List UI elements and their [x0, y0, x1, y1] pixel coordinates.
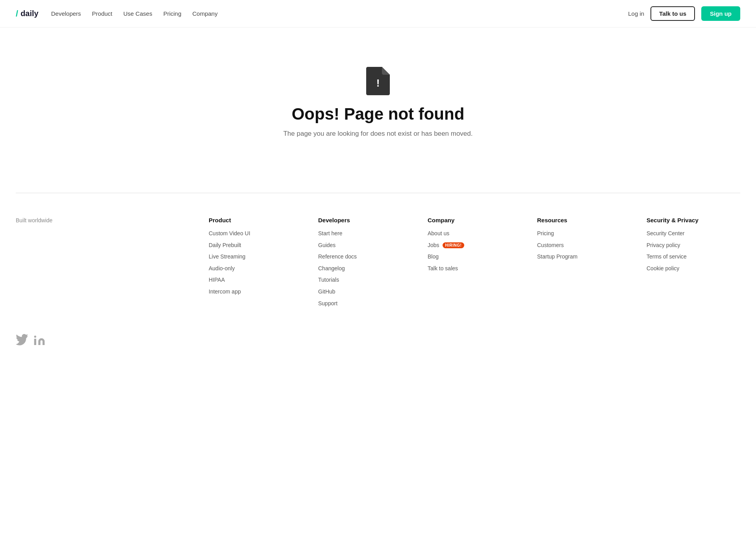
navbar-right: Log in Talk to us Sign up: [628, 6, 740, 21]
footer-link-custom-video-ui[interactable]: Custom Video UI: [209, 230, 302, 238]
twitter-link[interactable]: [16, 334, 28, 348]
footer-brand: Built worldwide: [16, 217, 193, 348]
footer-link-pricing[interactable]: Pricing: [537, 230, 631, 238]
linkedin-icon: [33, 334, 46, 347]
footer-link-talk-to-sales[interactable]: Talk to sales: [428, 265, 521, 273]
footer-col-company: Company About us Jobs HIRING! Blog Talk …: [428, 217, 521, 348]
footer-link-startup-program[interactable]: Startup Program: [537, 253, 631, 261]
footer-link-cookie-policy[interactable]: Cookie policy: [647, 265, 740, 273]
login-button[interactable]: Log in: [628, 10, 644, 17]
footer-col-product: Product Custom Video UI Daily Prebuilt L…: [209, 217, 302, 348]
main-content: ! Oops! Page not found The page you are …: [0, 28, 756, 193]
footer-link-blog[interactable]: Blog: [428, 253, 521, 261]
footer-link-daily-prebuilt[interactable]: Daily Prebuilt: [209, 242, 302, 249]
footer-link-terms-of-service[interactable]: Terms of service: [647, 253, 740, 261]
nav-link-developers[interactable]: Developers: [51, 10, 81, 17]
footer-col-security: Security & Privacy Security Center Priva…: [647, 217, 740, 348]
footer-col-developers: Developers Start here Guides Reference d…: [318, 217, 412, 348]
svg-text:!: !: [376, 77, 380, 89]
logo[interactable]: / daily: [16, 9, 39, 19]
jobs-row: Jobs HIRING!: [428, 242, 521, 249]
footer-link-jobs[interactable]: Jobs: [428, 242, 439, 249]
error-subtitle: The page you are looking for does not ex…: [283, 130, 472, 138]
nav-link-product[interactable]: Product: [92, 10, 113, 17]
navbar-left: / daily Developers Product Use Cases Pri…: [16, 9, 218, 19]
footer-tagline: Built worldwide: [16, 217, 52, 223]
footer-link-tutorials[interactable]: Tutorials: [318, 276, 412, 284]
footer-link-changelog[interactable]: Changelog: [318, 265, 412, 273]
footer-col-developers-title: Developers: [318, 217, 412, 223]
nav-link-company[interactable]: Company: [193, 10, 218, 17]
footer-link-security-center[interactable]: Security Center: [647, 230, 740, 238]
footer-link-audio-only[interactable]: Audio-only: [209, 265, 302, 273]
footer-link-guides[interactable]: Guides: [318, 242, 412, 249]
footer-link-privacy-policy[interactable]: Privacy policy: [647, 242, 740, 249]
footer-link-customers[interactable]: Customers: [537, 242, 631, 249]
nav-links: Developers Product Use Cases Pricing Com…: [51, 10, 218, 17]
footer-link-hipaa[interactable]: HIPAA: [209, 276, 302, 284]
footer-col-resources-title: Resources: [537, 217, 631, 223]
signup-button[interactable]: Sign up: [701, 6, 740, 21]
footer-link-live-streaming[interactable]: Live Streaming: [209, 253, 302, 261]
nav-link-use-cases[interactable]: Use Cases: [123, 10, 152, 17]
linkedin-link[interactable]: [33, 334, 46, 348]
footer-columns: Product Custom Video UI Daily Prebuilt L…: [209, 217, 740, 348]
footer: Built worldwide Product Custom Video UI …: [0, 193, 756, 372]
footer-social: [16, 334, 193, 348]
error-title: Oops! Page not found: [292, 105, 465, 124]
footer-link-intercom-app[interactable]: Intercom app: [209, 288, 302, 296]
error-file-icon: !: [366, 67, 390, 95]
hiring-badge: HIRING!: [443, 242, 465, 248]
logo-slash: /: [16, 9, 18, 19]
footer-link-github[interactable]: GitHub: [318, 288, 412, 296]
footer-col-security-title: Security & Privacy: [647, 217, 740, 223]
twitter-icon: [16, 334, 28, 347]
footer-link-start-here[interactable]: Start here: [318, 230, 412, 238]
footer-col-resources: Resources Pricing Customers Startup Prog…: [537, 217, 631, 348]
footer-col-product-title: Product: [209, 217, 302, 223]
footer-link-support[interactable]: Support: [318, 300, 412, 308]
talk-to-us-button[interactable]: Talk to us: [650, 6, 695, 21]
footer-col-company-title: Company: [428, 217, 521, 223]
logo-text: daily: [20, 9, 39, 18]
navbar: / daily Developers Product Use Cases Pri…: [0, 0, 756, 28]
footer-link-about-us[interactable]: About us: [428, 230, 521, 238]
footer-link-reference-docs[interactable]: Reference docs: [318, 253, 412, 261]
nav-link-pricing[interactable]: Pricing: [163, 10, 182, 17]
